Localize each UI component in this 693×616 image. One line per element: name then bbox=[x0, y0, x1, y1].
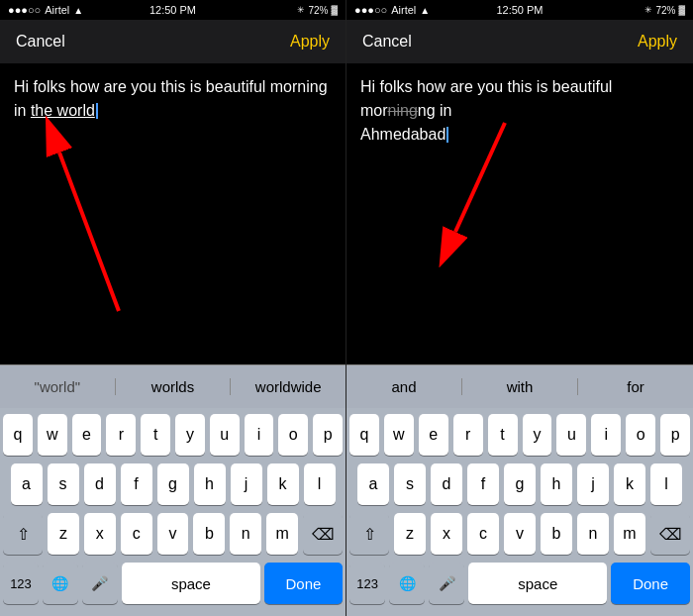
delete-key-right[interactable]: ⌫ bbox=[650, 513, 690, 555]
key-b-left[interactable]: b bbox=[193, 513, 225, 555]
carrier-left: Airtel bbox=[45, 4, 69, 16]
key-b-right[interactable]: b bbox=[541, 513, 572, 555]
mic-key-left[interactable]: 🎤 bbox=[82, 563, 118, 604]
key-m-right[interactable]: m bbox=[614, 513, 645, 555]
delete-key-left[interactable]: ⌫ bbox=[303, 513, 343, 555]
cancel-button-left[interactable]: Cancel bbox=[16, 33, 65, 51]
key-z-left[interactable]: z bbox=[48, 513, 79, 555]
key-n-right[interactable]: n bbox=[577, 513, 609, 555]
battery-icon-left: ▓ bbox=[331, 5, 338, 15]
key-e-right[interactable]: e bbox=[419, 414, 448, 456]
key-y-left[interactable]: y bbox=[175, 414, 205, 456]
done-key-right[interactable]: Done bbox=[611, 563, 690, 604]
key-x-right[interactable]: x bbox=[431, 513, 462, 555]
key-d-right[interactable]: d bbox=[431, 463, 462, 505]
key-h-right[interactable]: h bbox=[541, 463, 572, 505]
key-u-right[interactable]: u bbox=[556, 414, 586, 456]
key-o-right[interactable]: o bbox=[626, 414, 655, 456]
key-v-left[interactable]: v bbox=[157, 513, 189, 555]
space-key-left[interactable]: space bbox=[122, 563, 260, 604]
battery-icon-right: ▓ bbox=[678, 5, 685, 15]
key-u-left[interactable]: u bbox=[210, 414, 240, 456]
key-row-2-left: a s d f g h j k l bbox=[3, 463, 343, 505]
key-row-2-right: a s d f g h j k l bbox=[349, 463, 690, 505]
key-y-right[interactable]: y bbox=[523, 414, 552, 456]
right-panel: ●●●○○ Airtel ▲ 12:50 PM ✳ 72% ▓ Cancel A… bbox=[346, 0, 693, 616]
key-row-3-left: ⇧ z x c v b n m ⌫ bbox=[3, 513, 343, 555]
key-i-right[interactable]: i bbox=[591, 414, 621, 456]
key-j-left[interactable]: j bbox=[231, 463, 262, 505]
wifi-icon-left: ▲ bbox=[73, 5, 83, 16]
key-h-left[interactable]: h bbox=[194, 463, 226, 505]
globe-key-left[interactable]: 🌐 bbox=[43, 563, 78, 604]
key-s-right[interactable]: s bbox=[394, 463, 426, 505]
num-key-left[interactable]: 123 bbox=[3, 563, 39, 604]
key-p-left[interactable]: p bbox=[313, 414, 343, 456]
num-key-right[interactable]: 123 bbox=[349, 563, 385, 604]
key-x-left[interactable]: x bbox=[84, 513, 116, 555]
status-bar-right: ●●●○○ Airtel ▲ 12:50 PM ✳ 72% ▓ bbox=[346, 0, 693, 20]
signal-dots-left: ●●●○○ bbox=[8, 4, 41, 16]
key-t-right[interactable]: t bbox=[488, 414, 518, 456]
key-a-right[interactable]: a bbox=[357, 463, 389, 505]
key-q-right[interactable]: q bbox=[349, 414, 379, 456]
mic-key-right[interactable]: 🎤 bbox=[429, 563, 464, 604]
key-t-left[interactable]: t bbox=[141, 414, 170, 456]
key-p-right[interactable]: p bbox=[660, 414, 690, 456]
key-r-right[interactable]: r bbox=[453, 414, 483, 456]
shift-key-left[interactable]: ⇧ bbox=[3, 513, 43, 555]
key-o-left[interactable]: o bbox=[278, 414, 308, 456]
done-key-left[interactable]: Done bbox=[264, 563, 343, 604]
text-area-left[interactable]: Hi folks how are you this is beautiful m… bbox=[0, 63, 346, 364]
predict-left-3[interactable]: worldwide bbox=[231, 378, 346, 395]
predict-right-1[interactable]: and bbox=[346, 378, 462, 395]
key-j-right[interactable]: j bbox=[577, 463, 609, 505]
bt-icon-right: ✳ bbox=[644, 5, 652, 15]
key-w-left[interactable]: w bbox=[38, 414, 67, 456]
key-a-left[interactable]: a bbox=[11, 463, 43, 505]
space-key-right[interactable]: space bbox=[468, 563, 607, 604]
key-k-right[interactable]: k bbox=[614, 463, 645, 505]
key-w-right[interactable]: w bbox=[384, 414, 414, 456]
left-panel: ●●●○○ Airtel ▲ 12:50 PM ✳ 72% ▓ Cancel A… bbox=[0, 0, 346, 616]
battery-right: 72% bbox=[655, 5, 675, 16]
key-m-left[interactable]: m bbox=[266, 513, 298, 555]
key-q-left[interactable]: q bbox=[3, 414, 33, 456]
key-d-left[interactable]: d bbox=[84, 463, 116, 505]
key-row-3-right: ⇧ z x c v b n m ⌫ bbox=[349, 513, 690, 555]
key-f-left[interactable]: f bbox=[121, 463, 152, 505]
key-c-right[interactable]: c bbox=[467, 513, 499, 555]
key-l-left[interactable]: l bbox=[304, 463, 336, 505]
status-right-right: ✳ 72% ▓ bbox=[644, 5, 685, 16]
key-g-left[interactable]: g bbox=[157, 463, 189, 505]
text-area-right[interactable]: Hi folks how are you this is beautiful m… bbox=[346, 63, 693, 364]
key-l-right[interactable]: l bbox=[650, 463, 682, 505]
key-k-left[interactable]: k bbox=[267, 463, 299, 505]
predict-left-2[interactable]: worlds bbox=[116, 378, 232, 395]
key-c-left[interactable]: c bbox=[121, 513, 152, 555]
text-content-right: Hi folks how are you this is beautiful m… bbox=[360, 75, 679, 147]
key-v-right[interactable]: v bbox=[504, 513, 536, 555]
key-r-left[interactable]: r bbox=[106, 414, 136, 456]
key-e-left[interactable]: e bbox=[72, 414, 102, 456]
key-n-left[interactable]: n bbox=[230, 513, 261, 555]
predict-right-3[interactable]: for bbox=[578, 378, 693, 395]
apply-button-left[interactable]: Apply bbox=[290, 33, 330, 51]
nav-bar-left: Cancel Apply bbox=[0, 20, 346, 63]
key-z-right[interactable]: z bbox=[394, 513, 426, 555]
status-left-info: ●●●○○ Airtel ▲ bbox=[8, 4, 83, 16]
svg-line-1 bbox=[59, 153, 119, 311]
cancel-button-right[interactable]: Cancel bbox=[362, 33, 412, 51]
apply-button-right[interactable]: Apply bbox=[638, 33, 677, 51]
time-left: 12:50 PM bbox=[149, 4, 196, 16]
predict-right-2[interactable]: with bbox=[462, 378, 578, 395]
key-f-right[interactable]: f bbox=[467, 463, 499, 505]
globe-key-right[interactable]: 🌐 bbox=[389, 563, 425, 604]
key-s-left[interactable]: s bbox=[48, 463, 79, 505]
predict-left-1[interactable]: "world" bbox=[0, 378, 116, 395]
key-i-left[interactable]: i bbox=[245, 414, 274, 456]
shift-key-right[interactable]: ⇧ bbox=[349, 513, 389, 555]
key-row-4-right: 123 🌐 🎤 space Done bbox=[349, 563, 690, 604]
key-g-right[interactable]: g bbox=[504, 463, 536, 505]
signal-dots-right: ●●●○○ bbox=[354, 4, 387, 16]
